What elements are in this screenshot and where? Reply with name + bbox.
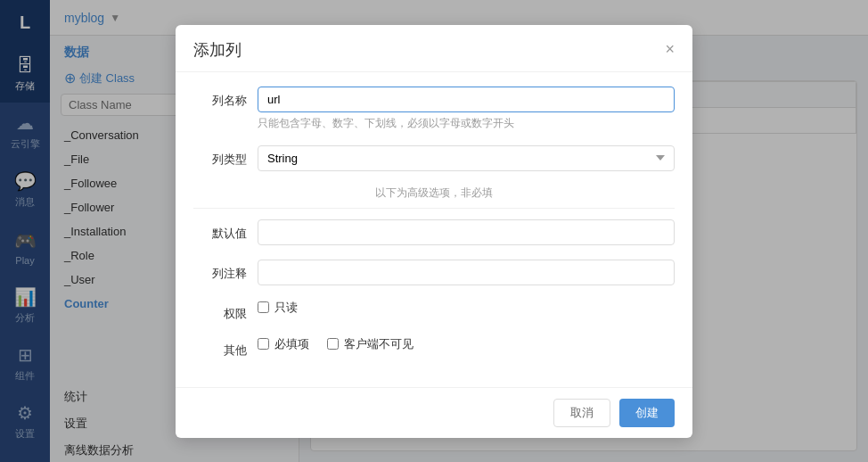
readonly-label: 只读 (274, 300, 298, 316)
default-value-label: 默认值 (193, 219, 247, 242)
comment-row: 列注释 (193, 260, 675, 285)
modal-title: 添加列 (193, 39, 242, 61)
hidden-checkbox[interactable] (327, 338, 339, 350)
col-type-field: String Number Boolean Date File Array Ob… (258, 145, 675, 171)
modal-header: 添加列 × (176, 25, 692, 72)
comment-input[interactable] (258, 260, 675, 285)
default-value-field (258, 219, 675, 245)
other-label: 其他 (193, 336, 247, 359)
cancel-button[interactable]: 取消 (553, 399, 610, 427)
required-checkbox[interactable] (258, 338, 269, 350)
col-name-hint: 只能包含字母、数字、下划线，必须以字母或数字开头 (258, 116, 675, 131)
col-name-field: 只能包含字母、数字、下划线，必须以字母或数字开头 (258, 87, 675, 131)
readonly-checkbox-row: 只读 (258, 300, 675, 316)
required-checkbox-row: 必填项 (258, 336, 309, 352)
permission-field: 只读 (258, 300, 675, 316)
default-value-input[interactable] (258, 219, 675, 245)
advanced-label: 以下为高级选项，非必填 (193, 186, 675, 209)
create-button[interactable]: 创建 (619, 399, 675, 427)
modal-body: 列名称 只能包含字母、数字、下划线，必须以字母或数字开头 列类型 String … (176, 72, 692, 387)
comment-field (258, 260, 675, 285)
hidden-checkbox-row: 客户端不可见 (327, 336, 414, 352)
default-value-row: 默认值 (193, 219, 675, 245)
permission-row: 权限 只读 (193, 300, 675, 322)
col-type-select[interactable]: String Number Boolean Date File Array Ob… (258, 145, 675, 171)
modal-footer: 取消 创建 (176, 387, 692, 438)
other-row: 其他 必填项 客户端不可见 (193, 336, 675, 359)
modal-close-button[interactable]: × (665, 40, 675, 59)
add-column-modal: 添加列 × 列名称 只能包含字母、数字、下划线，必须以字母或数字开头 列类型 S… (176, 25, 692, 438)
col-name-label: 列名称 (193, 87, 247, 109)
permission-label: 权限 (193, 300, 247, 322)
col-name-input[interactable] (258, 87, 675, 112)
col-type-row: 列类型 String Number Boolean Date File Arra… (193, 145, 675, 171)
col-type-label: 列类型 (193, 145, 247, 168)
comment-label: 列注释 (193, 260, 247, 282)
required-label: 必填项 (274, 336, 309, 352)
modal-overlay: 添加列 × 列名称 只能包含字母、数字、下划线，必须以字母或数字开头 列类型 S… (0, 0, 868, 462)
col-name-row: 列名称 只能包含字母、数字、下划线，必须以字母或数字开头 (193, 87, 675, 131)
other-field: 必填项 客户端不可见 (258, 336, 675, 352)
hidden-label: 客户端不可见 (344, 336, 414, 352)
readonly-checkbox[interactable] (258, 301, 269, 313)
